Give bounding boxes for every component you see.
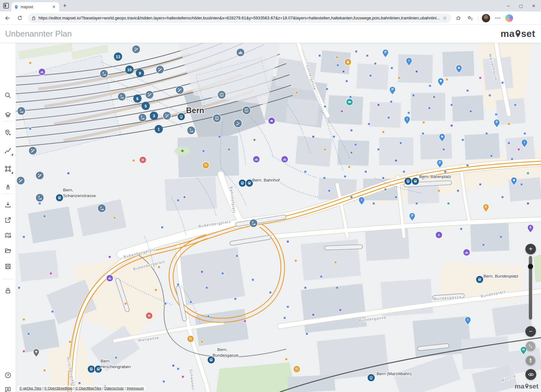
- poi-dot[interactable]: [479, 77, 481, 79]
- marker-elev[interactable]: [213, 114, 221, 122]
- poi-dot[interactable]: [287, 240, 289, 243]
- marker-elev[interactable]: [242, 106, 251, 114]
- save-tool-button[interactable]: [3, 261, 13, 272]
- zoom-out-button[interactable]: −: [525, 326, 536, 337]
- marker-rest[interactable]: [293, 366, 300, 373]
- poi-dot[interactable]: [124, 302, 127, 305]
- bookmark-star-icon[interactable]: ☆: [443, 15, 447, 21]
- poi-dot[interactable]: [304, 170, 306, 173]
- browser-menu-icon[interactable]: ⋯: [494, 14, 502, 22]
- poi-dot[interactable]: [399, 142, 402, 144]
- poi-dot[interactable]: [500, 236, 502, 238]
- poi-dot[interactable]: [355, 50, 357, 52]
- poi-dot[interactable]: [336, 286, 338, 289]
- poi-dot[interactable]: [398, 77, 400, 79]
- poi-dot[interactable]: [490, 155, 492, 157]
- poi-dot[interactable]: [433, 96, 435, 98]
- window-minimize-button[interactable]: ─: [506, 3, 510, 8]
- poi-dot[interactable]: [155, 289, 157, 291]
- poi-dot[interactable]: [164, 302, 166, 305]
- poi-dot[interactable]: [306, 333, 308, 335]
- poi-dot[interactable]: [51, 310, 53, 313]
- poi-dot[interactable]: [384, 188, 386, 190]
- poi-dot[interactable]: [312, 135, 314, 138]
- poi-dot[interactable]: [323, 177, 325, 179]
- poi-dot[interactable]: [342, 70, 344, 72]
- poi-dot[interactable]: [324, 148, 326, 150]
- marker-tram[interactable]: [404, 177, 412, 185]
- poi-dot[interactable]: [295, 259, 297, 262]
- poi-dot[interactable]: [460, 228, 462, 230]
- poi-dot[interactable]: [527, 202, 529, 204]
- poi-dot[interactable]: [508, 142, 510, 144]
- marker-ramp[interactable]: [100, 70, 108, 78]
- poi-dot[interactable]: [328, 189, 330, 192]
- poi-dot[interactable]: [415, 70, 418, 72]
- collapse-controls-button[interactable]: [526, 341, 535, 351]
- marker-ramp[interactable]: [138, 113, 147, 122]
- poi-dot[interactable]: [501, 81, 503, 84]
- profile-avatar[interactable]: [482, 14, 490, 22]
- window-maximize-button[interactable]: ▢: [519, 3, 523, 8]
- marker-H[interactable]: H: [146, 312, 153, 319]
- poi-dot[interactable]: [442, 148, 445, 150]
- poi-dot[interactable]: [253, 139, 255, 141]
- marker-car[interactable]: [268, 117, 275, 124]
- poi-dot[interactable]: [514, 104, 516, 106]
- poi-dot[interactable]: [78, 382, 80, 384]
- poi-dot[interactable]: [177, 368, 179, 370]
- poi-dot[interactable]: [287, 306, 289, 308]
- poi-dot[interactable]: [387, 116, 390, 119]
- platform-number-marker[interactable]: 10: [125, 65, 134, 74]
- poi-dot[interactable]: [395, 159, 397, 162]
- marker-ramp[interactable]: [98, 204, 106, 212]
- poi-dot[interactable]: [43, 215, 45, 217]
- marker-stairs[interactable]: [156, 65, 164, 74]
- poi-dot[interactable]: [354, 143, 357, 146]
- share-tool-button[interactable]: [3, 215, 13, 225]
- poi-dot[interactable]: [324, 105, 326, 107]
- copilot-icon[interactable]: [505, 14, 513, 22]
- poi-dot[interactable]: [520, 183, 523, 185]
- poi-dot[interactable]: [395, 196, 397, 198]
- poi-dot[interactable]: [320, 275, 322, 278]
- back-button[interactable]: [3, 14, 12, 23]
- poi-dot[interactable]: [422, 121, 425, 123]
- marker-stairs[interactable]: [145, 91, 154, 99]
- poi-dot[interactable]: [285, 358, 287, 360]
- marker-bus[interactable]: [56, 194, 63, 202]
- poi-dot[interactable]: [43, 369, 45, 371]
- marker-book[interactable]: [346, 99, 353, 106]
- poi-dot[interactable]: [469, 110, 472, 112]
- marker-funi[interactable]: [367, 374, 375, 382]
- poi-dot[interactable]: [27, 333, 30, 335]
- poi-dot[interactable]: [364, 170, 367, 173]
- poi-dot[interactable]: [29, 127, 31, 130]
- marker-bike[interactable]: [106, 275, 113, 282]
- poi-dot[interactable]: [508, 123, 510, 125]
- poi-dot[interactable]: [390, 100, 392, 103]
- poi-dot[interactable]: [422, 132, 424, 134]
- tab-close-icon[interactable]: ✕: [51, 4, 57, 9]
- visibility-eye-button[interactable]: [525, 369, 536, 380]
- poi-dot[interactable]: [447, 202, 449, 204]
- new-tab-button[interactable]: +: [63, 2, 66, 9]
- zoom-in-button[interactable]: +: [525, 244, 536, 254]
- poi-dot[interactable]: [457, 189, 459, 192]
- poi-dot[interactable]: [183, 196, 185, 198]
- marker-euro[interactable]: €: [435, 231, 442, 238]
- poi-dot[interactable]: [450, 124, 453, 127]
- poi-dot[interactable]: [23, 236, 25, 238]
- window-close-button[interactable]: ✕: [531, 3, 536, 8]
- platform-number-marker[interactable]: 3: [150, 112, 158, 120]
- marker-ramp[interactable]: [187, 126, 195, 134]
- refresh-button[interactable]: [15, 14, 24, 23]
- add-pin-tool-button[interactable]: [3, 127, 13, 138]
- marker-esc[interactable]: [234, 119, 242, 127]
- poi-dot[interactable]: [312, 313, 314, 316]
- marker-bike[interactable]: [463, 249, 470, 256]
- add-map-tool-button[interactable]: [3, 230, 13, 241]
- poi-dot[interactable]: [236, 255, 238, 257]
- poi-dot[interactable]: [377, 148, 379, 150]
- poi-dot[interactable]: [334, 261, 336, 263]
